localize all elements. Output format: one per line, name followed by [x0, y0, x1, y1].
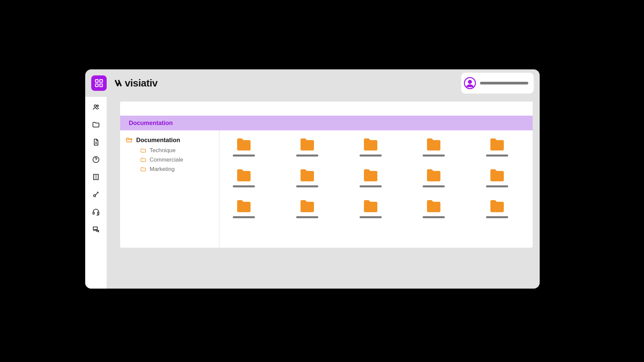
- folder-label-placeholder: [360, 155, 382, 157]
- grid-panel: [219, 130, 533, 248]
- folder-solid-icon: [425, 199, 442, 213]
- svg-point-6: [94, 105, 96, 107]
- folder-solid-icon: [235, 199, 252, 213]
- sidebar-item-help[interactable]: [92, 155, 100, 164]
- folder-item[interactable]: [360, 169, 382, 187]
- tree-child-label: Marketing: [150, 166, 175, 173]
- body: Documentation Documentation: [85, 97, 540, 289]
- folder-solid-icon: [489, 169, 505, 182]
- folder-item[interactable]: [296, 169, 318, 187]
- tree-root[interactable]: Documentation: [125, 136, 214, 144]
- logo-mark-icon: [114, 79, 123, 87]
- svg-rect-2: [96, 84, 98, 86]
- folder-icon: [92, 121, 100, 129]
- folder-solid-icon: [299, 169, 316, 182]
- breadcrumb: Documentation: [120, 116, 533, 130]
- brand-name: visiativ: [125, 77, 158, 89]
- svg-point-5: [468, 80, 472, 84]
- svg-point-9: [96, 161, 96, 162]
- breadcrumb-label: Documentation: [129, 120, 173, 127]
- folder-label-placeholder: [486, 155, 508, 157]
- avatar-icon: [464, 77, 476, 89]
- help-icon: [92, 156, 100, 164]
- sidebar-item-chat[interactable]: [92, 225, 100, 234]
- folder-label-placeholder: [296, 155, 318, 157]
- app-window: visiativ: [85, 69, 540, 289]
- folder-label-placeholder: [486, 185, 508, 187]
- card: Documentation Documentation: [120, 102, 533, 248]
- sidebar-item-users[interactable]: [92, 103, 100, 112]
- folder-solid-icon: [235, 169, 252, 182]
- folder-label-placeholder: [423, 185, 445, 187]
- svg-rect-1: [100, 80, 102, 82]
- sidebar-item-folder[interactable]: [92, 120, 100, 129]
- folder-item[interactable]: [296, 199, 318, 218]
- svg-rect-13: [98, 212, 99, 214]
- user-name-placeholder: [480, 82, 528, 84]
- folder-item[interactable]: [423, 199, 445, 218]
- sidebar-item-document[interactable]: [92, 138, 100, 146]
- folder-label-placeholder: [296, 216, 318, 218]
- svg-rect-0: [96, 80, 98, 82]
- folder-item[interactable]: [486, 138, 508, 157]
- tree-child-label: Commerciale: [150, 157, 183, 163]
- sidebar-item-tools[interactable]: [92, 190, 100, 199]
- folder-item[interactable]: [233, 199, 255, 218]
- folder-item[interactable]: [296, 138, 318, 157]
- folder-label-placeholder: [486, 216, 508, 218]
- chat-icon: [92, 225, 100, 233]
- folder-label-placeholder: [233, 185, 255, 187]
- folder-solid-icon: [362, 138, 379, 151]
- folder-solid-icon: [362, 169, 379, 182]
- folder-solid-icon: [489, 199, 505, 213]
- folder-label-placeholder: [360, 216, 382, 218]
- svg-rect-3: [100, 84, 102, 86]
- tree-root-label: Documentation: [136, 137, 180, 144]
- logo: visiativ: [114, 77, 158, 89]
- folder-open-icon: [125, 136, 133, 144]
- svg-rect-12: [93, 212, 94, 214]
- folder-item[interactable]: [360, 199, 382, 218]
- folder-grid: [233, 138, 519, 218]
- folder-icon: [140, 157, 146, 163]
- folder-item[interactable]: [486, 199, 508, 218]
- folder-solid-icon: [235, 138, 252, 151]
- sidebar: [85, 97, 107, 289]
- folder-label-placeholder: [233, 155, 255, 157]
- svg-point-7: [97, 105, 98, 106]
- folder-solid-icon: [299, 138, 316, 151]
- folder-label-placeholder: [423, 216, 445, 218]
- folder-item[interactable]: [233, 169, 255, 187]
- headset-icon: [92, 208, 100, 216]
- tree-child-commerciale[interactable]: Commerciale: [140, 157, 214, 163]
- svg-rect-10: [94, 174, 98, 180]
- content: Documentation Documentation: [107, 97, 540, 289]
- sidebar-item-support[interactable]: [92, 207, 100, 216]
- tree-children: Technique Commerciale Marketing: [140, 147, 214, 173]
- card-body: Documentation Technique Commerciale: [120, 130, 533, 248]
- tools-icon: [92, 190, 100, 198]
- tree-panel: Documentation Technique Commerciale: [120, 130, 219, 248]
- apps-button[interactable]: [91, 75, 107, 91]
- tree-child-marketing[interactable]: Marketing: [140, 166, 214, 173]
- card-top: [120, 102, 533, 116]
- grid-icon: [94, 78, 104, 88]
- folder-item[interactable]: [486, 169, 508, 187]
- user-menu[interactable]: [461, 73, 534, 94]
- tree-child-label: Technique: [150, 147, 176, 154]
- sidebar-item-building[interactable]: [92, 173, 100, 181]
- folder-item[interactable]: [233, 138, 255, 157]
- folder-label-placeholder: [423, 155, 445, 157]
- folder-label-placeholder: [233, 216, 255, 218]
- folder-icon: [140, 147, 146, 154]
- tree-child-technique[interactable]: Technique: [140, 147, 214, 154]
- folder-item[interactable]: [423, 138, 445, 157]
- folder-solid-icon: [299, 199, 316, 213]
- folder-item[interactable]: [423, 169, 445, 187]
- building-icon: [92, 173, 100, 181]
- folder-label-placeholder: [296, 185, 318, 187]
- folder-item[interactable]: [360, 138, 382, 157]
- document-icon: [92, 138, 100, 146]
- folder-icon: [140, 166, 146, 172]
- header: visiativ: [85, 69, 540, 97]
